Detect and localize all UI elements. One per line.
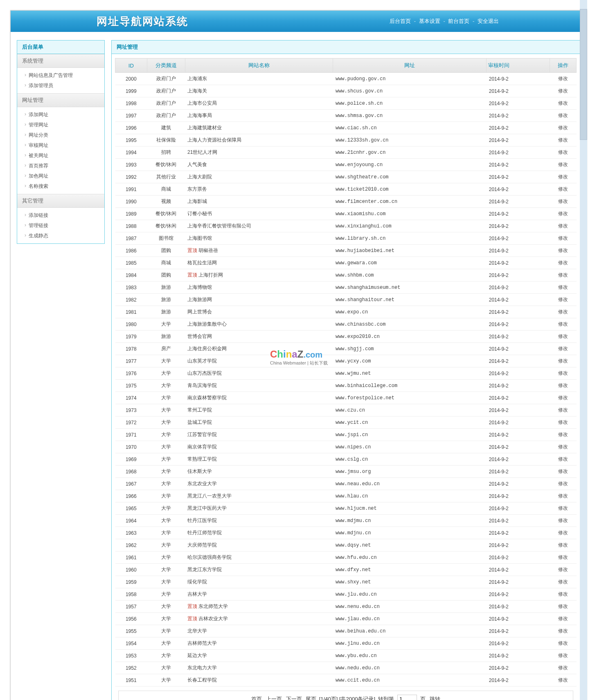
edit-link[interactable]: 修改 [558,542,568,548]
sidebar-link[interactable]: 管理网址 [29,122,48,128]
edit-link[interactable]: 修改 [558,395,568,401]
edit-link[interactable]: 修改 [558,567,568,572]
pager-go[interactable]: 跳转 [430,696,440,700]
table-row: 1999政府门户上海海关www.shcus.gov.cn2014-9-2修改 [115,85,577,97]
sidebar-item[interactable]: 审核网址 [17,140,104,151]
cell-id: 1992 [115,171,147,183]
edit-link[interactable]: 修改 [558,370,568,376]
sidebar-item[interactable]: 名称搜索 [17,181,104,191]
edit-link[interactable]: 修改 [558,432,568,437]
edit-link[interactable]: 修改 [558,653,568,658]
edit-link[interactable]: 修改 [558,248,568,253]
sidebar-item[interactable]: 被关网址 [17,151,104,161]
sidebar-link[interactable]: 首页推荐 [29,163,48,169]
table-row: 1969大学常熟理工学院www.cslg.cn2014-9-2修改 [115,453,577,466]
sidebar-link[interactable]: 被关网址 [29,153,48,158]
edit-link[interactable]: 修改 [558,100,568,106]
sidebar-item[interactable]: 添加管理员 [17,81,104,91]
sidebar-link[interactable]: 网址分类 [29,132,48,138]
edit-link[interactable]: 修改 [558,284,568,290]
edit-link[interactable]: 修改 [558,481,568,486]
edit-link[interactable]: 修改 [558,665,568,671]
edit-link[interactable]: 修改 [558,198,568,204]
edit-link[interactable]: 修改 [558,640,568,646]
edit-link[interactable]: 修改 [558,554,568,560]
edit-link[interactable]: 修改 [558,591,568,597]
cell-url: www.mdjnu.cn [333,527,487,539]
edit-link[interactable]: 修改 [558,76,568,81]
sidebar-link[interactable]: 添加管理员 [29,83,53,88]
pager-first[interactable]: 首页 [251,696,262,700]
edit-link[interactable]: 修改 [558,137,568,143]
edit-link[interactable]: 修改 [558,162,568,167]
edit-link[interactable]: 修改 [558,493,568,499]
edit-link[interactable]: 修改 [558,346,568,351]
edit-link[interactable]: 修改 [558,616,568,621]
edit-link[interactable]: 修改 [558,579,568,585]
edit-link[interactable]: 修改 [558,309,568,315]
edit-link[interactable]: 修改 [558,272,568,278]
edit-link[interactable]: 修改 [558,407,568,413]
sidebar-item[interactable]: 首页推荐 [17,161,104,171]
nav-settings[interactable]: 基本设置 [419,18,440,24]
edit-link[interactable]: 修改 [558,628,568,634]
table-row: 1959大学绥化学院www.shxy.net2014-9-2修改 [115,576,577,588]
edit-link[interactable]: 修改 [558,125,568,131]
cell-url: www.shmsa.gov.cn [333,110,487,122]
sidebar-item[interactable]: 管理链接 [17,221,104,231]
nav-home[interactable]: 后台首页 [390,18,411,24]
sidebar-link[interactable]: 添加网址 [29,112,48,117]
sidebar-item[interactable]: 生成静态 [17,231,104,241]
edit-link[interactable]: 修改 [558,603,568,609]
pager-next[interactable]: 下一页 [286,696,302,700]
edit-link[interactable]: 修改 [558,88,568,94]
sidebar-link[interactable]: 添加链接 [29,212,48,218]
edit-link[interactable]: 修改 [558,174,568,180]
sidebar-link[interactable]: 名称搜索 [29,183,48,189]
sidebar-item[interactable]: 网站信息及广告管理 [17,70,104,81]
edit-link[interactable]: 修改 [558,505,568,511]
edit-link[interactable]: 修改 [558,297,568,302]
sidebar-item[interactable]: 添加链接 [17,210,104,221]
edit-link[interactable]: 修改 [558,444,568,450]
edit-link[interactable]: 修改 [558,677,568,683]
nav-logout[interactable]: 安全退出 [478,18,499,24]
edit-link[interactable]: 修改 [558,468,568,474]
sidebar-link[interactable]: 审核网址 [29,142,48,148]
edit-link[interactable]: 修改 [558,456,568,462]
cell-cat: 大学 [147,380,185,392]
edit-link[interactable]: 修改 [558,211,568,216]
pager-prev[interactable]: 上一页 [266,696,282,700]
cell-url: www.library.sh.cn [333,232,487,245]
sidebar-link[interactable]: 加色网址 [29,173,48,179]
edit-link[interactable]: 修改 [558,223,568,229]
table-row: 1955大学北华大学www.beihua.edu.cn2014-9-2修改 [115,625,577,637]
cell-id: 1986 [115,245,147,257]
scrollbar-thumb[interactable] [580,9,587,140]
sidebar-item[interactable]: 管理网址 [17,120,104,130]
sidebar-item[interactable]: 加色网址 [17,171,104,181]
sidebar-item[interactable]: 添加网址 [17,110,104,120]
edit-link[interactable]: 修改 [558,419,568,425]
cell-name: 订餐小秘书 [185,208,333,220]
pager-last[interactable]: 尾页 [306,696,316,700]
edit-link[interactable]: 修改 [558,333,568,339]
sidebar-link[interactable]: 网站信息及广告管理 [29,72,73,78]
edit-link[interactable]: 修改 [558,518,568,523]
edit-link[interactable]: 修改 [558,235,568,241]
edit-link[interactable]: 修改 [558,113,568,118]
nav-front[interactable]: 前台首页 [448,18,469,24]
edit-link[interactable]: 修改 [558,186,568,192]
edit-link[interactable]: 修改 [558,358,568,364]
sidebar-link[interactable]: 生成静态 [29,233,48,239]
sidebar-link[interactable]: 管理链接 [29,223,48,228]
edit-link[interactable]: 修改 [558,260,568,266]
pager-input[interactable] [397,695,417,700]
table-row: 1994招聘21世纪人才网www.21cnhr.gov.cn2014-9-2修改 [115,146,577,159]
edit-link[interactable]: 修改 [558,321,568,327]
edit-link[interactable]: 修改 [558,530,568,536]
sidebar-item[interactable]: 网址分类 [17,130,104,140]
cell-op: 修改 [550,539,577,551]
edit-link[interactable]: 修改 [558,149,568,155]
edit-link[interactable]: 修改 [558,383,568,388]
